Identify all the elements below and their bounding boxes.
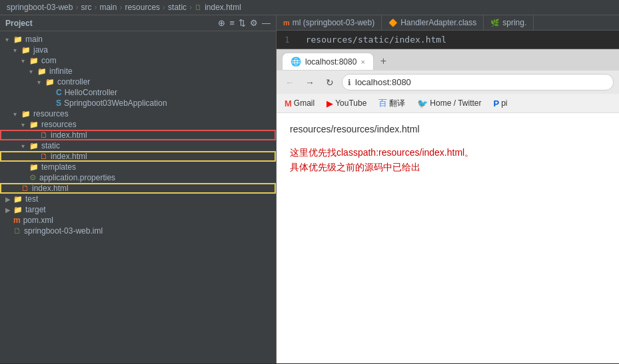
label-controller: controller xyxy=(57,77,90,87)
tree-item-java[interactable]: ▾ 📁 java xyxy=(0,45,276,55)
toolbar-minus-icon[interactable]: — xyxy=(262,18,271,28)
bookmark-gmail[interactable]: M Gmail xyxy=(282,97,317,110)
tree-item-com[interactable]: ▾ 📁 com xyxy=(0,55,276,66)
folder-icon-main: 📁 xyxy=(13,35,23,44)
translate-label: 翻译 xyxy=(389,98,405,109)
label-resources-l2: resources xyxy=(33,109,69,118)
gmail-label: Gmail xyxy=(294,98,314,108)
editor-tabs: m ml (springboot-03-web) 🔶 HandlerAdapte… xyxy=(277,15,619,31)
tree-item-hello-controller[interactable]: C HelloController xyxy=(0,87,276,98)
arrow-index-static xyxy=(32,153,40,160)
tree-item-springboot-app[interactable]: S Springboot03WebApplication xyxy=(0,98,276,108)
label-resources-l3: resources xyxy=(41,120,77,129)
label-infinite: infinite xyxy=(49,67,73,76)
tree-item-target[interactable]: ▶ 📁 target xyxy=(0,204,276,215)
breadcrumb-sep2: › xyxy=(94,3,97,12)
bookmark-twitter[interactable]: 🐦 Home / Twitter xyxy=(414,97,484,110)
youtube-icon: ▶ xyxy=(326,98,333,108)
tree-item-iml[interactable]: 🗋 springboot-03-web.iml xyxy=(0,226,276,236)
project-label: Project xyxy=(5,19,33,28)
breadcrumb-resources: resources xyxy=(125,3,160,12)
folder-icon-static: 📁 xyxy=(29,142,39,150)
arrow-java: ▾ xyxy=(13,47,21,54)
ide-panel: Project ⊕ ≡ ⇅ ⚙ — ▾ 📁 main ▾ 📁 java xyxy=(0,15,277,363)
refresh-button[interactable]: ↻ xyxy=(322,75,338,91)
label-hello-controller: HelloController xyxy=(65,88,117,97)
address-input[interactable]: ℹ localhost:8080 xyxy=(342,74,614,91)
breadcrumb-sep4: › xyxy=(163,3,165,12)
arrow-resources-l2: ▾ xyxy=(13,110,21,118)
back-button[interactable]: ← xyxy=(282,75,298,91)
html-icon-index-root: 🗋 xyxy=(21,184,29,193)
page-note-line1: 这里优先找classpath:resources/index.html。 xyxy=(290,145,606,160)
tree-item-static[interactable]: ▾ 📁 static xyxy=(0,140,276,151)
toolbar-list-icon[interactable]: ≡ xyxy=(229,18,235,28)
arrow-index-resources xyxy=(32,132,40,139)
arrow-target: ▶ xyxy=(5,206,13,214)
file-tree: ▾ 📁 main ▾ 📁 java ▾ 📁 com ▾ 📁 infinite xyxy=(0,31,276,363)
label-application: application.properties xyxy=(39,173,115,182)
lock-icon: ℹ xyxy=(348,78,351,87)
ide-toolbar-right: ⊕ ≡ ⇅ ⚙ — xyxy=(218,18,271,28)
new-tab-button[interactable]: + xyxy=(375,52,392,71)
arrow-main: ▾ xyxy=(5,36,13,43)
label-java: java xyxy=(33,45,48,55)
folder-icon-target: 📁 xyxy=(13,206,23,214)
tree-item-index-static[interactable]: 🗋 index.html xyxy=(0,151,276,162)
tree-item-resources-l2[interactable]: ▾ 📁 resources xyxy=(0,108,276,119)
browser-favicon: 🌐 xyxy=(291,57,301,67)
tree-item-pom[interactable]: m pom.xml xyxy=(0,215,276,226)
arrow-hello xyxy=(48,89,56,96)
toolbar-sort-icon[interactable]: ⇅ xyxy=(239,18,246,28)
ide-toolbar-left: Project xyxy=(5,19,33,28)
folder-icon-test: 📁 xyxy=(13,195,23,204)
editor-tab-spring[interactable]: 🌿 spring. xyxy=(484,15,534,30)
tree-item-controller[interactable]: ▾ 📁 controller xyxy=(0,77,276,87)
breadcrumb-static: static xyxy=(168,3,187,12)
arrow-com: ▾ xyxy=(21,57,29,65)
editor-tab-ml[interactable]: m ml (springboot-03-web) xyxy=(277,15,382,30)
label-target: target xyxy=(25,205,46,214)
arrow-pom xyxy=(5,217,13,224)
folder-icon-controller: 📁 xyxy=(45,78,55,87)
pi-label: pi xyxy=(501,98,507,108)
label-templates: templates xyxy=(41,162,76,172)
tree-item-resources-l3[interactable]: ▾ 📁 resources xyxy=(0,119,276,130)
bookmark-youtube[interactable]: ▶ YouTube xyxy=(324,97,369,110)
iml-icon: 🗋 xyxy=(13,226,21,236)
browser-tab-active[interactable]: 🌐 localhost:8080 × xyxy=(282,53,374,70)
tree-item-infinite[interactable]: ▾ 📁 infinite xyxy=(0,66,276,77)
bookmark-pi[interactable]: P pi xyxy=(490,97,510,110)
breadcrumb-file: index.html xyxy=(205,3,241,12)
browser-tab-close[interactable]: × xyxy=(360,58,364,66)
youtube-label: YouTube xyxy=(335,98,366,108)
tree-item-index-resources[interactable]: 🗋 index.html xyxy=(0,130,276,140)
tree-item-templates[interactable]: 📁 templates xyxy=(0,162,276,172)
arrow-infinite: ▾ xyxy=(29,68,37,75)
label-test: test xyxy=(25,194,38,204)
tree-item-index-root[interactable]: 🗋 index.html xyxy=(0,183,276,194)
toolbar-globe-icon[interactable]: ⊕ xyxy=(218,18,225,28)
arrow-resources-l3: ▾ xyxy=(21,121,29,128)
java-icon-app: S xyxy=(56,98,61,108)
breadcrumb-project: springboot-03-web xyxy=(7,3,73,12)
tab-icon-handler: 🔶 xyxy=(388,19,398,27)
tree-item-main[interactable]: ▾ 📁 main xyxy=(0,34,276,45)
java-icon-hello: C xyxy=(56,88,62,97)
bookmark-translate[interactable]: 百 翻译 xyxy=(376,96,408,110)
tab-icon-ml: m xyxy=(283,19,290,27)
toolbar-gear-icon[interactable]: ⚙ xyxy=(250,18,258,28)
breadcrumb-src: src xyxy=(81,3,91,12)
breadcrumb-sep3: › xyxy=(119,3,122,12)
arrow-iml xyxy=(5,228,13,235)
folder-icon-templates: 📁 xyxy=(29,163,39,172)
forward-button[interactable]: → xyxy=(302,75,318,91)
label-static: static xyxy=(41,141,60,150)
tree-item-test[interactable]: ▶ 📁 test xyxy=(0,194,276,204)
label-springboot-app: Springboot03WebApplication xyxy=(64,98,167,108)
html-icon-index-resources: 🗋 xyxy=(40,130,48,140)
arrow-templates xyxy=(21,164,29,171)
editor-tab-handler[interactable]: 🔶 HandlerAdapter.class xyxy=(382,15,484,30)
tree-item-application[interactable]: ⚙ application.properties xyxy=(0,172,276,183)
bookmarks-bar: M Gmail ▶ YouTube 百 翻译 🐦 Home / Twitter … xyxy=(277,94,619,113)
